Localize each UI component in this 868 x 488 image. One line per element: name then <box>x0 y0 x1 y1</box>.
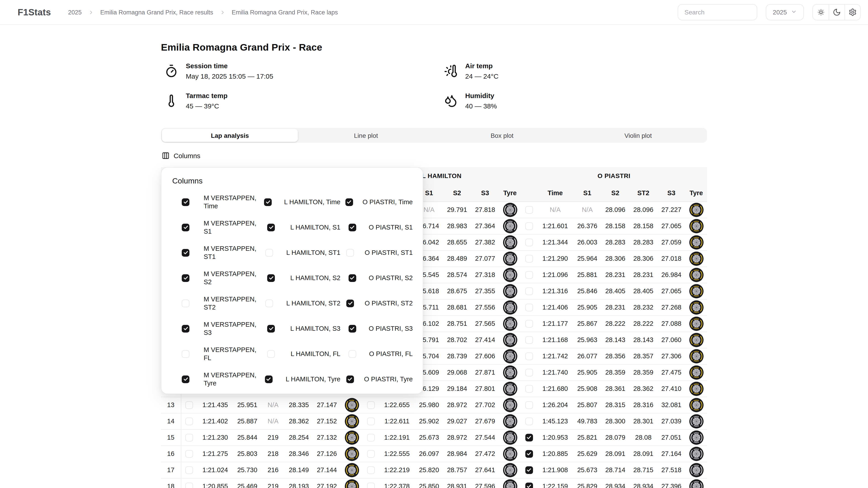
row-select-o-piastri-lap-6[interactable] <box>525 287 533 295</box>
column-toggle-label: O PIASTRI, Time <box>363 198 413 206</box>
settings-button[interactable] <box>844 4 860 20</box>
cell: 27.227 <box>657 201 685 218</box>
column-toggle-o-piastri-time[interactable] <box>345 198 353 206</box>
row-select-o-piastri-lap-17[interactable] <box>525 466 533 474</box>
app-logo: F1Stats <box>18 7 51 18</box>
row-select-l-hamilton-lap-13[interactable] <box>367 401 375 409</box>
cell: 1:21.402 <box>197 413 233 429</box>
tyre-icon-hard <box>502 284 518 298</box>
breadcrumb-item-emilia-romagna-grand-prix-race-results[interactable]: Emilia Romagna Grand Prix, Race results <box>100 9 213 15</box>
droplets-icon <box>444 94 458 107</box>
cell: 28.231 <box>629 267 657 283</box>
row-select-l-hamilton-lap-17[interactable] <box>367 466 375 474</box>
sun-button[interactable] <box>813 4 829 20</box>
tab-line-plot[interactable]: Line plot <box>298 129 434 142</box>
thermometer-sun-icon <box>444 64 458 78</box>
row-select-o-piastri-lap-10[interactable] <box>525 352 533 360</box>
column-toggle-o-piastri-s2[interactable] <box>348 274 356 282</box>
column-toggle-m-verstappen-st1[interactable] <box>182 249 189 256</box>
row-select-o-piastri-lap-1[interactable] <box>525 206 533 214</box>
column-toggle-item: O PIASTRI, ST2 <box>340 291 413 316</box>
column-toggle-l-hamilton-s3[interactable] <box>267 325 275 332</box>
row-select-l-hamilton-lap-14[interactable] <box>367 417 375 425</box>
cell: 28.283 <box>629 234 657 250</box>
row-select-o-piastri-lap-12[interactable] <box>525 385 533 392</box>
row-select-m-verstappen-lap-15[interactable] <box>185 433 193 441</box>
cell: 27.544 <box>471 429 499 446</box>
row-select-o-piastri-lap-18[interactable] <box>525 482 533 488</box>
year-select[interactable]: 2025 <box>766 4 804 20</box>
row-select-l-hamilton-lap-16[interactable] <box>367 450 375 457</box>
column-toggle-m-verstappen-s1[interactable] <box>182 223 189 231</box>
row-select-o-piastri-lap-3[interactable] <box>525 238 533 246</box>
row-select-m-verstappen-lap-17[interactable] <box>185 466 193 474</box>
column-toggle-l-hamilton-s1[interactable] <box>267 223 275 231</box>
tab-lap-analysis[interactable]: Lap analysis <box>162 129 298 142</box>
search-input[interactable] <box>678 4 757 20</box>
column-toggle-o-piastri-fl[interactable] <box>348 350 356 358</box>
column-toggle-o-piastri-s1[interactable] <box>348 223 356 231</box>
row-select-m-verstappen-lap-16[interactable] <box>185 450 193 457</box>
tab-box-plot[interactable]: Box plot <box>434 129 570 142</box>
cell: 28.356 <box>601 348 629 364</box>
cell: 1:21.177 <box>537 315 573 332</box>
cell: 25.821 <box>573 429 601 446</box>
breadcrumb-item-2025[interactable]: 2025 <box>68 9 82 15</box>
column-toggle-o-piastri-st1[interactable] <box>346 249 354 256</box>
column-toggle-m-verstappen-st2[interactable] <box>182 299 189 307</box>
cell: 27.414 <box>471 332 499 348</box>
subheader-o-piastri-s3: S3 <box>657 184 685 201</box>
column-toggle-m-verstappen-fl[interactable] <box>182 350 189 358</box>
row-select-l-hamilton-lap-18[interactable] <box>367 482 375 488</box>
column-toggle-label: M VERSTAPPEN, S1 <box>204 219 256 236</box>
cell: 28.972 <box>443 397 471 413</box>
column-toggle-l-hamilton-st1[interactable] <box>265 249 273 256</box>
cell: 26.984 <box>657 267 685 283</box>
row-select-l-hamilton-lap-15[interactable] <box>367 433 375 441</box>
tab-violin-plot[interactable]: Violin plot <box>570 129 706 142</box>
row-select-o-piastri-lap-14[interactable] <box>525 417 533 425</box>
column-toggle-label: M VERSTAPPEN, Time <box>204 194 256 210</box>
column-toggle-o-piastri-tyre[interactable] <box>346 375 354 383</box>
cell: 27.871 <box>471 364 499 381</box>
column-toggle-item: M VERSTAPPEN, ST1 <box>172 240 256 265</box>
cell: 26.003 <box>573 234 601 250</box>
column-toggle-l-hamilton-st2[interactable] <box>265 299 273 307</box>
cell: 25.844 <box>233 429 261 446</box>
column-toggle-m-verstappen-time[interactable] <box>182 198 189 206</box>
column-toggle-l-hamilton-tyre[interactable] <box>265 375 273 383</box>
row-select-o-piastri-lap-2[interactable] <box>525 222 533 230</box>
row-select-m-verstappen-lap-14[interactable] <box>185 417 193 425</box>
table-row: 181:20.85525.46921928.19327.192 1:22.378… <box>161 478 707 488</box>
row-select-o-piastri-lap-11[interactable] <box>525 368 533 376</box>
column-toggle-l-hamilton-time[interactable] <box>264 198 272 206</box>
cell: 28.335 <box>285 397 313 413</box>
tyre-icon-medium <box>344 446 359 461</box>
column-toggle-m-verstappen-s3[interactable] <box>182 325 189 332</box>
breadcrumb-item-emilia-romagna-grand-prix-race-laps[interactable]: Emilia Romagna Grand Prix, Race laps <box>232 9 338 15</box>
row-select-o-piastri-lap-4[interactable] <box>525 255 533 262</box>
row-select-o-piastri-lap-16[interactable] <box>525 450 533 457</box>
row-select-o-piastri-lap-7[interactable] <box>525 303 533 311</box>
cell: 28.254 <box>285 429 313 446</box>
cell: 219 <box>261 478 285 488</box>
row-select-o-piastri-lap-13[interactable] <box>525 401 533 409</box>
row-select-m-verstappen-lap-18[interactable] <box>185 482 193 488</box>
column-toggle-m-verstappen-tyre[interactable] <box>182 375 189 383</box>
column-toggle-m-verstappen-s2[interactable] <box>182 274 189 282</box>
row-select-o-piastri-lap-15[interactable] <box>525 433 533 441</box>
moon-button[interactable] <box>829 4 844 20</box>
column-toggle-label: L HAMILTON, FL <box>291 350 340 358</box>
cell: 28.702 <box>443 332 471 348</box>
row-select-o-piastri-lap-9[interactable] <box>525 336 533 344</box>
columns-button[interactable]: Columns <box>161 149 201 162</box>
cell: 27.306 <box>657 348 685 364</box>
column-toggle-l-hamilton-fl[interactable] <box>268 350 275 358</box>
column-toggle-o-piastri-st2[interactable] <box>346 299 354 307</box>
row-select-o-piastri-lap-8[interactable] <box>525 320 533 327</box>
row-select-o-piastri-lap-5[interactable] <box>525 271 533 279</box>
column-toggle-l-hamilton-s2[interactable] <box>267 274 275 282</box>
tyre-icon-hard <box>502 365 518 380</box>
row-select-m-verstappen-lap-13[interactable] <box>185 401 193 409</box>
column-toggle-o-piastri-s3[interactable] <box>348 325 356 332</box>
